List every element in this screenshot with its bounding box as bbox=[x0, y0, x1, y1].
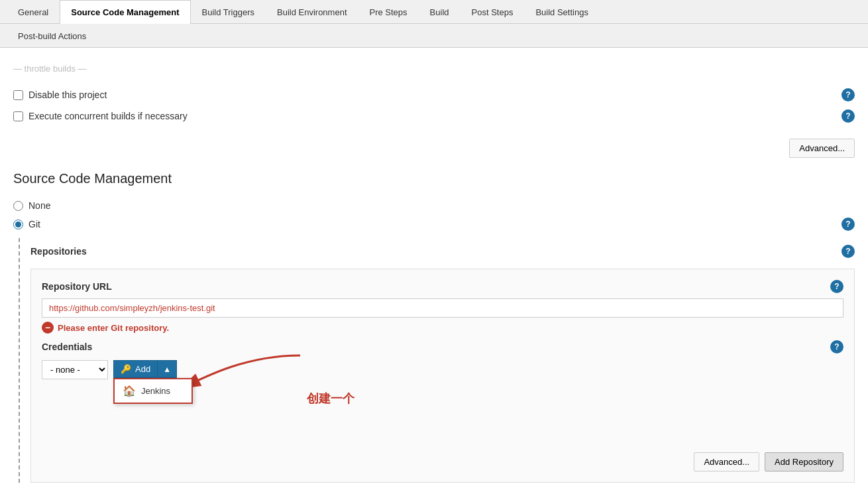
repo-url-label: Repository URL bbox=[42, 281, 112, 292]
concurrent-builds-checkbox[interactable] bbox=[13, 111, 23, 121]
credentials-and-annotation: - none - 🔑 Add ▲ bbox=[42, 360, 843, 435]
jenkins-icon: 🏠 bbox=[123, 385, 136, 397]
repositories-row: Repositories ? bbox=[30, 238, 855, 265]
repo-url-input[interactable] bbox=[42, 298, 843, 318]
tab-post-steps[interactable]: Post Steps bbox=[461, 0, 525, 24]
credentials-row: Credentials ? bbox=[42, 340, 843, 353]
tab-build-triggers[interactable]: Build Triggers bbox=[191, 0, 266, 24]
tab-post-build-actions[interactable]: Post-build Actions bbox=[7, 24, 97, 48]
radio-left-git: Git bbox=[13, 219, 40, 229]
checkbox-left-concurrent: Execute concurrent builds if necessary bbox=[13, 111, 188, 121]
tab-source-code-management[interactable]: Source Code Management bbox=[60, 0, 190, 24]
repo-url-help-icon[interactable]: ? bbox=[830, 280, 843, 293]
radio-option-none: None bbox=[13, 197, 855, 214]
add-btn-wrapper: 🔑 Add ▲ 🏠 Jenkins bbox=[113, 360, 177, 378]
add-dropdown-arrow[interactable]: ▲ bbox=[157, 360, 177, 378]
repositories-label: Repositories bbox=[30, 246, 87, 257]
credentials-controls: - none - 🔑 Add ▲ bbox=[42, 360, 843, 379]
radio-none[interactable] bbox=[13, 201, 23, 211]
advanced-button-bottom[interactable]: Advanced... bbox=[694, 452, 759, 472]
tab-bar-row1: General Source Code Management Build Tri… bbox=[0, 0, 868, 24]
disable-project-help-icon[interactable]: ? bbox=[841, 88, 855, 101]
repo-url-field-row: Repository URL ? bbox=[42, 280, 843, 293]
concurrent-builds-label: Execute concurrent builds if necessary bbox=[28, 111, 188, 121]
page-container: General Source Code Management Build Tri… bbox=[0, 0, 868, 504]
radio-option-git: Git ? bbox=[13, 214, 855, 234]
add-credentials-dropdown: 🏠 Jenkins bbox=[113, 378, 193, 404]
repositories-help-icon[interactable]: ? bbox=[841, 245, 855, 258]
error-message-text: Please enter Git repository. bbox=[58, 323, 169, 333]
tab-build-settings[interactable]: Build Settings bbox=[524, 0, 600, 24]
git-section: Repositories ? Repository URL ? − Please… bbox=[19, 238, 855, 483]
radio-git-label: Git bbox=[28, 219, 40, 229]
tab-build-environment[interactable]: Build Environment bbox=[266, 0, 358, 24]
error-message-row: − Please enter Git repository. bbox=[42, 322, 843, 334]
credentials-select[interactable]: - none - bbox=[42, 360, 108, 379]
add-credentials-button[interactable]: 🔑 Add bbox=[113, 360, 157, 378]
tab-build[interactable]: Build bbox=[419, 0, 461, 24]
scm-section-title: Source Code Management bbox=[13, 171, 855, 186]
add-repository-button[interactable]: Add Repository bbox=[765, 452, 843, 472]
advanced-btn-container: Advanced... bbox=[13, 139, 855, 158]
jenkins-option[interactable]: 🏠 Jenkins bbox=[115, 379, 191, 403]
error-icon: − bbox=[42, 322, 54, 334]
tab-general[interactable]: General bbox=[7, 0, 60, 24]
repo-box: Repository URL ? − Please enter Git repo… bbox=[30, 269, 855, 483]
add-btn-group: 🔑 Add ▲ bbox=[113, 360, 177, 378]
annotation-text: 创建一个 bbox=[307, 391, 354, 407]
disable-project-checkbox[interactable] bbox=[13, 90, 23, 100]
radio-none-label: None bbox=[28, 200, 50, 211]
tab-pre-steps[interactable]: Pre Steps bbox=[358, 0, 419, 24]
disable-project-label: Disable this project bbox=[28, 90, 107, 100]
checkbox-left-disable: Disable this project bbox=[13, 90, 107, 100]
checkbox-row-concurrent: Execute concurrent builds if necessary ? bbox=[13, 105, 855, 127]
credentials-label: Credentials bbox=[42, 342, 92, 352]
concurrent-builds-help-icon[interactable]: ? bbox=[841, 109, 855, 123]
radio-git[interactable] bbox=[13, 220, 23, 229]
bottom-buttons: Advanced... Add Repository bbox=[42, 446, 843, 472]
truncated-row: — throttle builds — bbox=[13, 58, 855, 79]
git-help-icon[interactable]: ? bbox=[841, 218, 855, 231]
checkbox-section: Disable this project ? Execute concurren… bbox=[13, 79, 855, 132]
add-btn-label: Add bbox=[135, 364, 150, 374]
key-icon: 🔑 bbox=[121, 364, 131, 374]
radio-left-none: None bbox=[13, 200, 50, 211]
credentials-help-icon[interactable]: ? bbox=[830, 340, 843, 353]
content-area: — throttle builds — Disable this project… bbox=[0, 48, 868, 493]
tab-bar-row2: Post-build Actions bbox=[0, 24, 868, 48]
advanced-button-top[interactable]: Advanced... bbox=[789, 139, 855, 158]
jenkins-option-label: Jenkins bbox=[141, 386, 170, 396]
checkbox-row-disable: Disable this project ? bbox=[13, 84, 855, 105]
